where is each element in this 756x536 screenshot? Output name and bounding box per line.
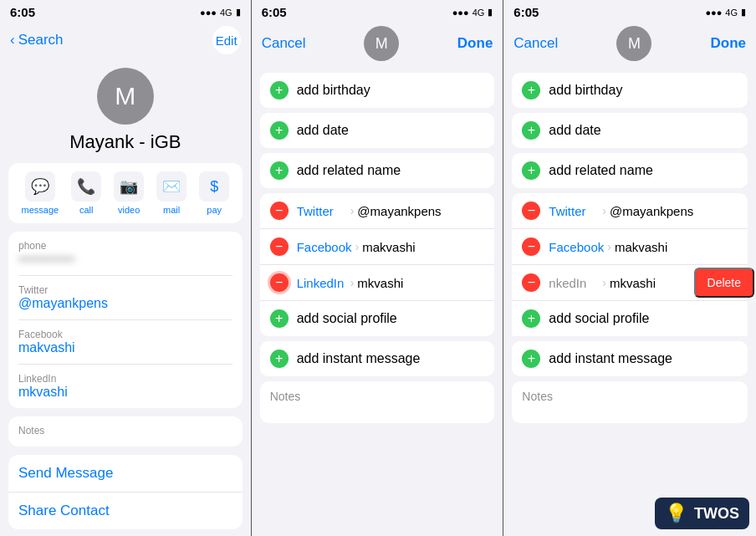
pay-button[interactable]: $ pay — [199, 171, 229, 215]
add-birthday-row-3[interactable]: + add birthday — [512, 73, 748, 108]
plus-icon-birthday-3[interactable]: + — [522, 81, 540, 100]
twitter-value-3[interactable]: @mayankpens — [610, 204, 693, 218]
linkedin-value-2[interactable]: mkvashi — [357, 276, 403, 290]
add-instant-message-row-2[interactable]: + add instant message — [260, 341, 495, 376]
notes-edit-section-2: Notes — [260, 381, 495, 423]
plus-icon-instant-3[interactable]: + — [522, 350, 540, 368]
facebook-value-2[interactable]: makvashi — [362, 240, 415, 254]
message-label: message — [22, 205, 59, 215]
facebook-value[interactable]: makvashi — [18, 340, 232, 355]
cancel-button-2[interactable]: Cancel — [262, 35, 306, 52]
plus-icon-date-2[interactable]: + — [270, 121, 289, 140]
minus-icon-twitter-3[interactable]: − — [522, 202, 540, 220]
edit-scroll-2[interactable]: + add birthday + add date + add related … — [252, 68, 503, 536]
twos-watermark: 💡 TWOS — [655, 498, 749, 529]
twitter-value[interactable]: @mayankpens — [18, 296, 232, 311]
facebook-platform-3: Facebook — [549, 240, 604, 254]
minus-icon-linkedin-2[interactable]: − — [270, 273, 289, 292]
avatar-section: M Mayank - iGB — [0, 61, 251, 163]
plus-icon-instant-2[interactable]: + — [270, 350, 289, 368]
twos-text: TWOS — [694, 505, 739, 523]
mail-label: mail — [163, 205, 180, 215]
status-icons-2: ●●● 4G ▮ — [452, 7, 493, 18]
linkedin-value-3[interactable]: mkvashi — [610, 276, 656, 290]
mail-button[interactable]: ✉️ mail — [156, 171, 186, 215]
edit-scroll-3[interactable]: + add birthday + add date + add related … — [503, 68, 756, 536]
plus-icon-related-3[interactable]: + — [522, 161, 540, 180]
send-message-button[interactable]: Send Message — [8, 455, 243, 493]
add-birthday-label-3: add birthday — [549, 83, 622, 98]
linkedin-edit-row-3[interactable]: − nkedIn › mkvashi Delete — [512, 265, 748, 301]
plus-icon-birthday-2[interactable]: + — [270, 81, 289, 100]
message-button[interactable]: 💬 message — [22, 171, 59, 215]
add-related-name-row-2[interactable]: + add related name — [260, 153, 495, 188]
contact-name: Mayank - iGB — [69, 131, 181, 153]
done-button-2[interactable]: Done — [457, 35, 493, 52]
cancel-button-3[interactable]: Cancel — [513, 35, 558, 52]
twitter-edit-row-2[interactable]: − Twitter › @mayankpens — [260, 193, 495, 229]
twitter-platform-3: Twitter — [549, 204, 599, 218]
add-date-label-2: add date — [297, 123, 349, 138]
facebook-value-3[interactable]: makvashi — [615, 240, 667, 254]
signal-icon: ●●● — [200, 8, 217, 18]
phone-row: phone •••••••••••• — [18, 232, 232, 276]
add-social-profile-row-3[interactable]: + add social profile — [512, 301, 748, 336]
minus-icon-twitter-2[interactable]: − — [270, 202, 289, 220]
plus-icon-related-2[interactable]: + — [270, 161, 289, 180]
minus-icon-linkedin-3[interactable]: − — [522, 273, 540, 292]
back-button[interactable]: ‹ Search — [10, 32, 64, 48]
add-social-profile-label-2: add social profile — [297, 311, 397, 326]
instant-msg-section-3: + add instant message — [512, 341, 748, 376]
minus-icon-facebook-2[interactable]: − — [270, 237, 289, 256]
twitter-value-2[interactable]: @mayankpens — [357, 204, 441, 218]
pay-label: pay — [207, 205, 222, 215]
linkedin-edit-row-2[interactable]: − LinkedIn › mkvashi — [260, 265, 495, 301]
battery-icon: ▮ — [236, 7, 241, 18]
mail-icon: ✉️ — [156, 171, 186, 202]
chevron-left-icon: ‹ — [10, 32, 15, 48]
add-instant-message-row-3[interactable]: + add instant message — [512, 341, 748, 376]
date-section-2: + add date — [260, 113, 495, 148]
phone-value: •••••••••••• — [18, 252, 232, 267]
notes-section: Notes — [8, 416, 243, 447]
related-name-section-2: + add related name — [260, 153, 495, 188]
add-related-name-row-3[interactable]: + add related name — [512, 153, 748, 188]
video-label: video — [118, 205, 140, 215]
add-date-row-3[interactable]: + add date — [512, 113, 748, 148]
add-date-row-2[interactable]: + add date — [260, 113, 495, 148]
linkedin-value[interactable]: mkvashi — [18, 385, 232, 400]
instant-msg-section-2: + add instant message — [260, 341, 495, 376]
related-name-section-3: + add related name — [512, 153, 748, 188]
edit-button[interactable]: Edit — [212, 26, 241, 54]
panel1-header: ‹ Search Edit — [0, 23, 251, 61]
delete-button[interactable]: Delete — [694, 268, 754, 298]
facebook-edit-row-2[interactable]: − Facebook › makvashi — [260, 229, 495, 265]
status-icons-3: ●●● 4G ▮ — [705, 7, 746, 18]
facebook-edit-row-3[interactable]: − Facebook › makvashi — [512, 229, 748, 265]
back-label: Search — [18, 32, 64, 48]
avatar: M — [97, 68, 154, 125]
status-bar-1: 6:05 ●●● 4G ▮ — [0, 0, 251, 23]
social-section-2: − Twitter › @mayankpens − Facebook › mak… — [260, 193, 495, 336]
chevron-facebook-2: › — [355, 240, 360, 253]
add-birthday-row-2[interactable]: + add birthday — [260, 73, 495, 108]
add-related-name-label-3: add related name — [549, 163, 653, 178]
status-icons-1: ●●● 4G ▮ — [200, 7, 241, 18]
plus-icon-social-2[interactable]: + — [270, 309, 289, 328]
twitter-label: Twitter — [18, 284, 232, 296]
add-social-profile-row-2[interactable]: + add social profile — [260, 301, 495, 336]
twitter-edit-row-3[interactable]: − Twitter › @mayankpens — [512, 193, 748, 229]
minus-icon-facebook-3[interactable]: − — [522, 237, 540, 256]
plus-icon-date-3[interactable]: + — [522, 121, 540, 140]
call-button[interactable]: 📞 call — [71, 171, 101, 215]
linkedin-label: LinkedIn — [18, 373, 232, 385]
notes-edit-section-3: Notes — [512, 381, 748, 423]
share-contact-button[interactable]: Share Contact — [8, 493, 243, 529]
plus-icon-social-3[interactable]: + — [522, 309, 540, 328]
done-button-3[interactable]: Done — [711, 35, 747, 52]
add-related-name-label-2: add related name — [297, 163, 401, 178]
notes-edit-label-3: Notes — [522, 390, 738, 403]
chevron-twitter-2: › — [350, 204, 355, 217]
video-button[interactable]: 📷 video — [114, 171, 144, 215]
add-social-profile-label-3: add social profile — [549, 311, 649, 326]
